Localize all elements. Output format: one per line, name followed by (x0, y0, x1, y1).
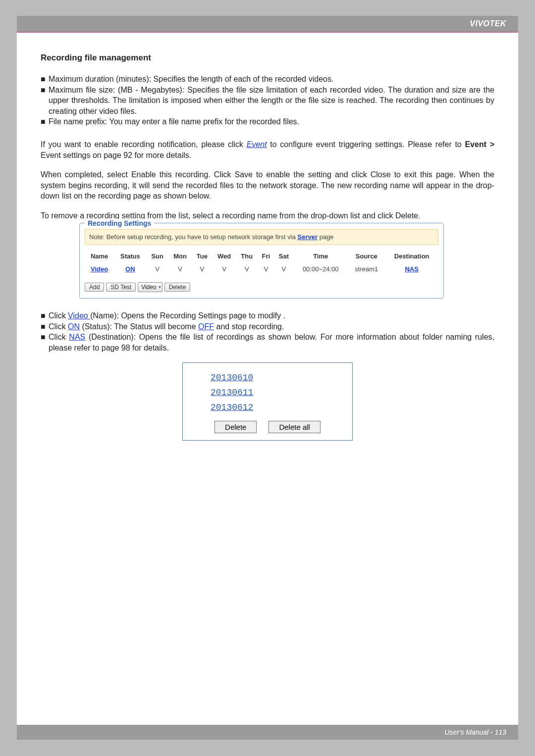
section-title: Recording file management (41, 52, 494, 64)
brand-logo: VIVOTEK (470, 19, 506, 28)
cell-time: 00:00~24:00 (293, 263, 348, 276)
folder-link[interactable]: 20130610 (192, 372, 343, 384)
fieldset-legend: Recording Settings (85, 219, 154, 228)
note-text: Note: Before setup recording, you have t… (89, 233, 298, 241)
bullet-item: ■ Maximum file size: (MB - Megabytes): S… (41, 85, 494, 117)
click-text: Click NAS (Destination): Opens the file … (49, 332, 494, 353)
recording-select[interactable]: Video ▾ (138, 282, 162, 292)
nas-link[interactable]: NAS (69, 333, 85, 341)
event-link[interactable]: Event (247, 140, 267, 149)
bullet-text: Maximum duration (minutes): Specifies th… (49, 74, 494, 85)
click-text: Click Video (Name): Opens the Recording … (49, 310, 494, 321)
table-header-row: Name Status Sun Mon Tue Wed Thu Fri Sat … (85, 250, 438, 263)
note-text: page (320, 233, 334, 241)
bullet-list: ■ Maximum duration (minutes): Specifies … (41, 74, 494, 127)
text-fragment: Click (49, 311, 68, 320)
recording-table: Name Status Sun Mon Tue Wed Thu Fri Sat … (85, 250, 438, 275)
cell-mon: V (168, 263, 192, 276)
text-fragment: Event settings on page 92 for more detai… (41, 151, 191, 159)
delete-all-button[interactable]: Delete all (268, 421, 321, 433)
cell-fri: V (258, 263, 274, 276)
bullet-text: File name prefix: You may enter a file n… (49, 116, 494, 127)
square-bullet-icon: ■ (41, 116, 49, 127)
paragraph-event: If you want to enable recording notifica… (41, 139, 494, 160)
col-sat: Sat (274, 250, 294, 263)
col-destination: Destination (385, 250, 438, 263)
click-list: ■ Click Video (Name): Opens the Recordin… (41, 310, 494, 353)
recording-actions: Add SD Test Video ▾ Delete (85, 282, 438, 292)
col-wed: Wed (212, 250, 236, 263)
sd-test-button[interactable]: SD Test (106, 283, 136, 292)
footer-band: User's Manual - 113 (17, 725, 518, 740)
square-bullet-icon: ■ (41, 85, 49, 117)
click-item: ■ Click ON (Status): The Status will bec… (41, 321, 494, 332)
col-source: Source (348, 250, 385, 263)
document-page: VIVOTEK Recording file management ■ Maxi… (17, 16, 518, 740)
square-bullet-icon: ■ (41, 74, 49, 85)
square-bullet-icon: ■ (41, 332, 49, 353)
file-list-screenshot: 20130610 20130611 20130612 Delete Delete… (182, 362, 353, 441)
col-tue: Tue (192, 250, 212, 263)
click-item: ■ Click NAS (Destination): Opens the fil… (41, 332, 494, 353)
recording-settings-fieldset: Recording Settings Note: Before setup re… (79, 223, 444, 299)
col-time: Time (293, 250, 348, 263)
bullet-text: Maximum file size: (MB - Megabytes): Spe… (49, 85, 494, 117)
header-band: VIVOTEK (17, 16, 518, 33)
text-fragment: Click (49, 333, 69, 341)
col-status: Status (114, 250, 146, 263)
square-bullet-icon: ■ (41, 321, 49, 332)
page-content: Recording file management ■ Maximum dura… (17, 33, 518, 441)
text-fragment: (Status): The Status will become (82, 322, 198, 331)
paragraph-completed: When completed, select Enable this recor… (41, 169, 494, 202)
bullet-item: ■ File name prefix: You may enter a file… (41, 116, 494, 127)
col-thu: Thu (236, 250, 258, 263)
click-text: Click ON (Status): The Status will becom… (49, 321, 494, 332)
on-link[interactable]: ON (68, 322, 80, 331)
col-fri: Fri (258, 250, 274, 263)
text-fragment: to configure event triggering settings. … (270, 140, 465, 149)
off-link[interactable]: OFF (198, 322, 214, 331)
cell-thu: V (236, 263, 258, 276)
cell-tue: V (192, 263, 212, 276)
select-value: Video (141, 283, 156, 291)
folder-link[interactable]: 20130612 (192, 402, 343, 413)
event-bold: Event > (465, 140, 494, 149)
table-row: Video ON V V V V V V V 00:00~24:00 strea… (85, 263, 438, 276)
recording-settings-screenshot: Recording Settings Note: Before setup re… (79, 223, 444, 299)
cell-sun: V (146, 263, 168, 276)
cell-source: stream1 (348, 263, 385, 276)
recording-dest-link[interactable]: NAS (405, 265, 418, 273)
delete-button[interactable]: Delete (164, 283, 191, 292)
folder-link[interactable]: 20130611 (192, 387, 343, 399)
square-bullet-icon: ■ (41, 310, 49, 321)
col-name: Name (85, 250, 114, 263)
recording-status-link[interactable]: ON (125, 265, 135, 273)
file-list-box: 20130610 20130611 20130612 Delete Delete… (182, 362, 353, 441)
cell-sat: V (274, 263, 294, 276)
text-fragment: If you want to enable recording notifica… (41, 140, 247, 149)
setup-note: Note: Before setup recording, you have t… (85, 229, 438, 245)
text-fragment: (Destination): Opens the file list of re… (49, 333, 494, 352)
server-link[interactable]: Server (298, 233, 318, 241)
col-mon: Mon (168, 250, 192, 263)
text-fragment: Click (49, 322, 68, 331)
cell-wed: V (212, 263, 236, 276)
video-link[interactable]: Video (68, 311, 90, 320)
text-fragment: and stop recording. (216, 322, 284, 331)
file-list-actions: Delete Delete all (192, 421, 343, 433)
delete-button[interactable]: Delete (214, 421, 257, 433)
footer-text: User's Manual - 113 (444, 728, 506, 736)
chevron-down-icon: ▾ (159, 284, 161, 291)
add-button[interactable]: Add (85, 283, 104, 292)
recording-name-link[interactable]: Video (91, 265, 108, 273)
col-sun: Sun (146, 250, 168, 263)
click-item: ■ Click Video (Name): Opens the Recordin… (41, 310, 494, 321)
bullet-item: ■ Maximum duration (minutes): Specifies … (41, 74, 494, 85)
text-fragment: (Name): Opens the Recording Settings pag… (90, 311, 285, 320)
